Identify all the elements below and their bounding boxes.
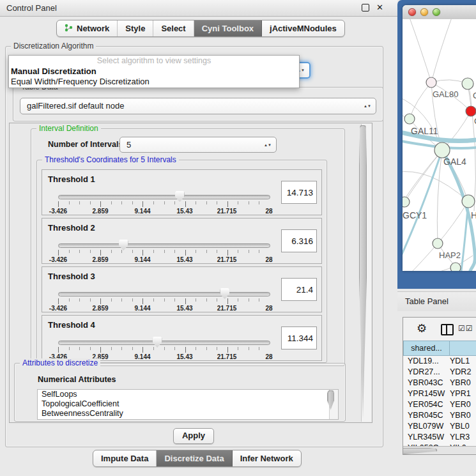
cell-shared-name[interactable]: YBR043C (403, 378, 450, 388)
table-row[interactable]: YDL19... YDL1 (403, 356, 476, 367)
tab-style[interactable]: Style (118, 20, 153, 36)
slider-major-ticks (58, 298, 270, 304)
scale-label: 21.715 (217, 305, 237, 312)
cell-name[interactable]: YLR3 (450, 432, 476, 443)
threshold-panel: Threshold 1 -3.426 2.859 9.144 15.4 (42, 169, 322, 215)
checkbox-icons[interactable]: ☑☑ (458, 324, 473, 333)
column-view-icon[interactable] (441, 324, 454, 335)
table-row[interactable]: YDR27... YDR2 (403, 367, 476, 378)
scrollbar-thumb[interactable] (403, 448, 437, 454)
slider-thumb[interactable] (119, 240, 128, 250)
table-row[interactable]: YER054C YER0 (403, 399, 476, 410)
node-red (466, 106, 476, 116)
cell-shared-name[interactable]: YPR145W (403, 388, 450, 399)
network-window-titlebar (403, 5, 476, 20)
network-view-frame: GAL80 GA C GAL11 GAL4 GCY1 H HAP2 (397, 0, 476, 289)
slider-track[interactable] (58, 195, 270, 199)
apply-button[interactable]: Apply (173, 428, 214, 444)
cell-shared-name[interactable]: YDR27... (403, 367, 450, 378)
slider-major-ticks (58, 250, 270, 256)
cell-shared-name[interactable]: YER054C (403, 399, 450, 410)
tab-network-label: Network (77, 24, 109, 33)
attribute-list-item[interactable]: SelfLoops (38, 390, 338, 399)
table-header-row: shared... na (403, 341, 476, 356)
column-header-shared-name[interactable]: shared... (403, 341, 450, 356)
tab-network[interactable]: Network (57, 20, 118, 36)
node-h (462, 195, 475, 208)
slider-thumb[interactable] (153, 337, 162, 348)
table-data-combobox[interactable]: galFiltered.sif default node ▲▼ (20, 98, 376, 114)
scale-label: 2.859 (92, 256, 108, 263)
cell-shared-name[interactable]: YDL19... (403, 356, 450, 367)
control-panel: Control Panel ✕ Network Style Select Cyn… (0, 0, 397, 476)
table-horizontal-scrollbar[interactable] (403, 446, 476, 454)
zoom-traffic-light-icon[interactable] (433, 8, 440, 16)
cell-name[interactable]: YDR2 (450, 367, 476, 378)
combo-arrows-icon: ▲▼ (364, 105, 371, 108)
scrollbar-thumb[interactable] (359, 125, 367, 418)
minimize-traffic-light-icon[interactable] (420, 8, 428, 16)
table-row[interactable]: YBL079W YBL0 (403, 421, 476, 432)
slider-track[interactable] (58, 243, 270, 248)
table-row[interactable]: YBR045C YBR0 (403, 410, 476, 421)
attributes-items: SelfLoops TopologicalCoefficient Between… (38, 390, 338, 418)
slider-thumb[interactable] (175, 191, 185, 202)
tab-infer-network[interactable]: Infer Network (233, 450, 301, 466)
dropdown-option-manual[interactable]: Manual Discretization (9, 66, 299, 77)
cell-name[interactable]: YBR0 (450, 378, 476, 388)
network-canvas[interactable]: GAL80 GA C GAL11 GAL4 GCY1 H HAP2 (403, 19, 476, 271)
threshold-value-field[interactable]: 14.713 (281, 181, 317, 204)
table-row[interactable]: YPR145W YPR1 (403, 388, 476, 399)
number-of-intervals-value: 5 (127, 140, 131, 150)
table-row[interactable]: YLR345W YLR3 (403, 432, 476, 443)
column-header-name[interactable]: na (450, 341, 476, 356)
dropdown-option-equal-width[interactable]: Equal Width/Frequency Discretization (9, 77, 299, 87)
scale-label: 15.43 (176, 256, 192, 263)
attributes-list-scrollbar[interactable] (329, 390, 338, 419)
slider-track[interactable] (58, 292, 270, 296)
tab-select[interactable]: Select (153, 20, 194, 36)
dropdown-placeholder-option[interactable]: Select algorithm to view settings (9, 56, 299, 66)
cell-name[interactable]: YDL1 (450, 356, 476, 367)
table-row[interactable]: YBR043C YBR0 (403, 378, 476, 388)
scale-label: 28 (265, 305, 272, 312)
threshold-value-field[interactable]: 21.4 (281, 278, 317, 301)
float-window-icon[interactable] (362, 4, 369, 12)
close-icon[interactable]: ✕ (376, 3, 383, 12)
attribute-list-item[interactable]: TopologicalCoefficient (38, 399, 338, 409)
threshold-slider[interactable]: -3.426 2.859 9.144 15.43 21.715 28 (58, 239, 269, 263)
gear-icon[interactable]: ⚙ (417, 321, 427, 335)
scale-label: 9.144 (134, 353, 150, 360)
tab-discretize-data[interactable]: Discretize Data (157, 450, 232, 466)
attribute-list-item[interactable]: BetweennessCentrality (38, 409, 338, 418)
right-panel: GAL80 GA C GAL11 GAL4 GCY1 H HAP2 Table … (397, 0, 476, 476)
number-of-intervals-combobox[interactable]: 5 ▲▼ (119, 137, 277, 153)
scale-label: 15.43 (176, 353, 192, 360)
settings-vertical-scrollbar[interactable] (361, 124, 371, 422)
threshold-value-field[interactable]: 6.316 (281, 229, 317, 252)
node-label-gal4: GAL4 (443, 157, 466, 167)
threshold-slider[interactable]: -3.426 2.859 9.144 15.43 21.715 28 (58, 288, 269, 312)
tab-impute-data[interactable]: Impute Data (93, 450, 157, 466)
cell-shared-name[interactable]: YBR045C (403, 410, 450, 421)
threshold-slider[interactable]: -3.426 2.859 9.144 15.43 21.715 28 (58, 336, 269, 360)
close-traffic-light-icon[interactable] (408, 8, 416, 16)
combo-arrows-icon: ▲▼ (264, 143, 272, 146)
tab-cyni-toolbox[interactable]: Cyni Toolbox (194, 20, 262, 36)
numerical-attributes-list: SelfLoops TopologicalCoefficient Between… (37, 389, 339, 420)
table-data-group: Table Data galFiltered.sif default node … (13, 87, 383, 121)
app-window: Control Panel ✕ Network Style Select Cyn… (0, 0, 476, 476)
cell-name[interactable]: YBR0 (450, 410, 476, 421)
threshold-value-field[interactable]: 11.344 (281, 326, 317, 349)
cell-name[interactable]: YPR1 (450, 388, 476, 399)
node-gal11 (404, 114, 415, 124)
threshold-panel: Threshold 2 -3.426 2.859 9.144 15.4 (42, 218, 322, 264)
cell-name[interactable]: YBL0 (450, 421, 476, 432)
slider-track[interactable] (58, 341, 270, 345)
cell-shared-name[interactable]: YBL079W (403, 421, 450, 432)
cell-shared-name[interactable]: YLR345W (403, 432, 450, 443)
threshold-slider[interactable]: -3.426 2.859 9.144 15.43 21.715 28 (58, 190, 269, 215)
tab-jactivemnodules[interactable]: jActiveMNodules (262, 20, 344, 36)
cell-name[interactable]: YER0 (450, 399, 476, 410)
slider-thumb[interactable] (220, 288, 229, 299)
